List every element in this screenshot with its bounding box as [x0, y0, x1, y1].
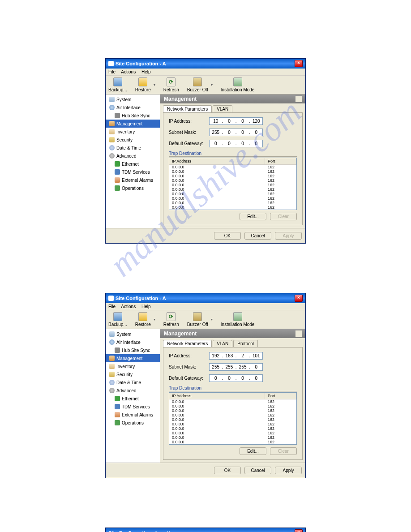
- wrench-icon: [233, 77, 242, 86]
- install-mode-button[interactable]: Installation Mode: [221, 312, 255, 327]
- titlebar[interactable]: Site Configuration - A ×: [106, 59, 305, 69]
- gateway-input[interactable]: 0.0.0.0: [209, 140, 263, 147]
- sidebar-item-ext-alarms[interactable]: External Alarms: [106, 176, 160, 184]
- subnet-input[interactable]: 255.0.0.0: [209, 129, 263, 136]
- app-icon: [108, 296, 114, 301]
- sidebar-item-security[interactable]: Security: [106, 136, 160, 144]
- trap-table[interactable]: IP AddressPort 0.0.0.01620.0.0.01620.0.0…: [169, 392, 297, 445]
- menu-actions[interactable]: Actions: [121, 304, 136, 309]
- table-row[interactable]: 0.0.0.0162: [169, 422, 296, 426]
- table-row[interactable]: 0.0.0.0162: [169, 205, 296, 210]
- sidebar-item-hub[interactable]: Hub Site Sync: [106, 346, 160, 354]
- table-row[interactable]: 0.0.0.0162: [169, 431, 296, 435]
- clear-button[interactable]: Clear: [270, 447, 297, 455]
- sidebar-item-management[interactable]: Management: [106, 354, 160, 362]
- cancel-button[interactable]: Cancel: [244, 467, 271, 474]
- menu-file[interactable]: File: [108, 304, 116, 309]
- edit-button[interactable]: Edit...: [240, 447, 266, 455]
- ip-input[interactable]: 192.168.2.101: [209, 352, 263, 360]
- tab-protocol[interactable]: Protocol: [233, 340, 258, 347]
- restore-button[interactable]: Restore: [135, 312, 151, 327]
- sidebar-item-inventory[interactable]: Inventory: [106, 362, 160, 370]
- refresh-button[interactable]: ⟳Refresh: [163, 312, 179, 327]
- subnet-input[interactable]: 255.255.255.0: [209, 363, 263, 371]
- chevron-down-icon[interactable]: ▾: [154, 317, 155, 322]
- buzzer-button[interactable]: Buzzer Off: [187, 77, 208, 92]
- trap-table[interactable]: IP AddressPort 0.0.0.01620.0.0.01620.0.0…: [169, 158, 297, 210]
- close-icon[interactable]: ×: [295, 295, 303, 302]
- ip-input[interactable]: 10.0.0.120: [209, 117, 263, 125]
- menu-help[interactable]: Help: [141, 304, 151, 309]
- backup-button[interactable]: Backup...: [108, 77, 127, 92]
- mask-label: Subnet Mask:: [169, 130, 209, 135]
- window-title: Site Configuration - A: [116, 296, 166, 301]
- chevron-down-icon[interactable]: ▾: [154, 83, 155, 87]
- cancel-button[interactable]: Cancel: [244, 232, 271, 240]
- sidebar-item-management[interactable]: Management: [106, 120, 160, 128]
- sidebar-item-operations[interactable]: Operations: [106, 184, 160, 192]
- table-row[interactable]: 0.0.0.0162: [169, 178, 296, 183]
- sidebar-item-system[interactable]: System: [106, 95, 160, 103]
- sidebar-item-date[interactable]: Date & Time: [106, 144, 160, 152]
- tab-vlan[interactable]: VLAN: [213, 105, 232, 112]
- table-row[interactable]: 0.0.0.0162: [169, 399, 296, 404]
- table-row[interactable]: 0.0.0.0162: [169, 417, 296, 422]
- table-row[interactable]: 0.0.0.0162: [169, 192, 296, 196]
- sidebar-item-ethernet[interactable]: Ethernet: [106, 160, 160, 168]
- chevron-down-icon[interactable]: ▾: [211, 317, 213, 322]
- apply-button[interactable]: Apply: [275, 232, 302, 240]
- sidebar-item-date[interactable]: Date & Time: [106, 378, 160, 386]
- table-row[interactable]: 0.0.0.0162: [169, 187, 296, 192]
- trap-group-label: Trap Destination: [169, 151, 297, 157]
- gateway-input[interactable]: 0.0.0.0: [209, 374, 263, 382]
- install-mode-button[interactable]: Installation Mode: [221, 77, 255, 92]
- sidebar-item-security[interactable]: Security: [106, 370, 160, 378]
- titlebar[interactable]: Site Configuration - Location ×: [106, 528, 305, 532]
- globe-icon: [109, 105, 115, 110]
- table-row[interactable]: 0.0.0.0162: [169, 413, 296, 417]
- sidebar-item-air[interactable]: Air Interface: [106, 338, 160, 346]
- tab-vlan[interactable]: VLAN: [213, 340, 232, 347]
- table-row[interactable]: 0.0.0.0162: [169, 201, 296, 205]
- sidebar-item-ethernet[interactable]: Ethernet: [106, 395, 160, 403]
- table-row[interactable]: 0.0.0.0162: [169, 426, 296, 431]
- close-icon[interactable]: ×: [295, 60, 303, 67]
- sidebar-item-operations[interactable]: Operations: [106, 419, 160, 427]
- close-icon[interactable]: ×: [295, 529, 303, 532]
- ok-button[interactable]: OK: [214, 232, 241, 240]
- table-row[interactable]: 0.0.0.0162: [169, 404, 296, 408]
- table-row[interactable]: 0.0.0.0162: [169, 165, 296, 169]
- table-row[interactable]: 0.0.0.0162: [169, 169, 296, 174]
- sidebar-item-system[interactable]: System: [106, 330, 160, 338]
- sidebar-item-tdm[interactable]: TDM Services: [106, 168, 160, 176]
- table-row[interactable]: 0.0.0.0162: [169, 183, 296, 187]
- table-row[interactable]: 0.0.0.0162: [169, 435, 296, 440]
- table-row[interactable]: 0.0.0.0162: [169, 408, 296, 413]
- menu-actions[interactable]: Actions: [121, 69, 136, 74]
- menu-help[interactable]: Help: [141, 69, 151, 74]
- sidebar-item-hub[interactable]: Hub Site Sync: [106, 112, 160, 120]
- restore-button[interactable]: Restore: [135, 77, 151, 92]
- clear-button[interactable]: Clear: [270, 213, 297, 220]
- sidebar-item-air[interactable]: Air Interface: [106, 103, 160, 112]
- titlebar[interactable]: Site Configuration - A ×: [106, 293, 305, 303]
- edit-button[interactable]: Edit...: [240, 213, 266, 220]
- sidebar-item-advanced[interactable]: Advanced: [106, 386, 160, 395]
- menu-file[interactable]: File: [108, 69, 116, 74]
- ok-button[interactable]: OK: [214, 467, 241, 474]
- sidebar-item-inventory[interactable]: Inventory: [106, 128, 160, 136]
- table-row[interactable]: 0.0.0.0162: [169, 174, 296, 178]
- table-row[interactable]: 0.0.0.0162: [169, 440, 296, 444]
- tab-network-parameters[interactable]: Network Parameters: [163, 105, 212, 112]
- apply-button[interactable]: Apply: [275, 467, 302, 474]
- sidebar-item-tdm[interactable]: TDM Services: [106, 403, 160, 411]
- backup-button[interactable]: Backup...: [108, 312, 127, 327]
- refresh-button[interactable]: ⟳Refresh: [163, 77, 179, 92]
- table-row[interactable]: 0.0.0.0162: [169, 196, 296, 201]
- chevron-down-icon[interactable]: ▾: [211, 83, 213, 87]
- sidebar-item-advanced[interactable]: Advanced: [106, 152, 160, 160]
- content-header: Management: [160, 329, 305, 338]
- sidebar-item-ext-alarms[interactable]: External Alarms: [106, 411, 160, 419]
- tab-network-parameters[interactable]: Network Parameters: [163, 340, 212, 347]
- buzzer-button[interactable]: Buzzer Off: [187, 312, 208, 327]
